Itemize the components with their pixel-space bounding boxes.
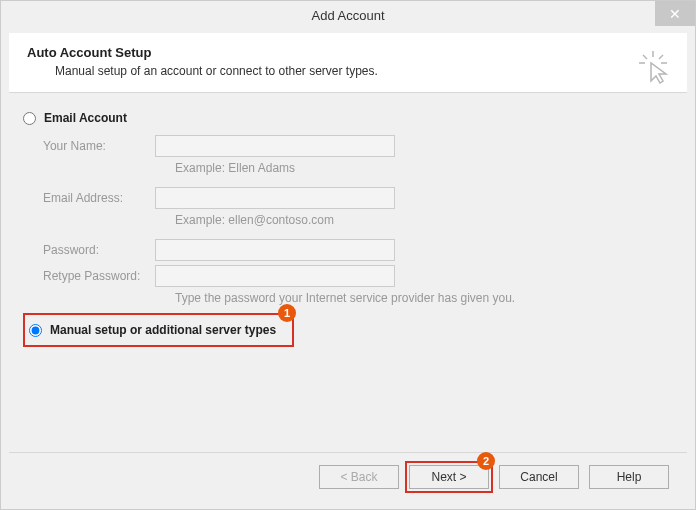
annotation-1: 1	[278, 304, 296, 322]
radio-email-account-row[interactable]: Email Account	[23, 111, 673, 125]
next-button[interactable]: Next >	[409, 465, 489, 489]
password-label: Password:	[43, 243, 155, 257]
close-button[interactable]: ✕	[655, 1, 695, 26]
highlight-manual-setup: 1 Manual setup or additional server type…	[23, 313, 294, 347]
cancel-button[interactable]: Cancel	[499, 465, 579, 489]
add-account-dialog: Add Account ✕ Auto Account Setup Manual …	[0, 0, 696, 510]
your-name-input	[155, 135, 395, 157]
retype-label: Retype Password:	[43, 269, 155, 283]
email-label: Email Address:	[43, 191, 155, 205]
footer-buttons: < Back 2 Next > Cancel Help	[9, 452, 687, 501]
header-title: Auto Account Setup	[27, 45, 669, 60]
radio-manual-setup-label: Manual setup or additional server types	[50, 323, 276, 337]
radio-manual-setup[interactable]	[29, 324, 42, 337]
content-area: Email Account Your Name: Example: Ellen …	[1, 93, 695, 452]
radio-manual-setup-row[interactable]: Manual setup or additional server types	[29, 323, 276, 337]
highlight-next: 2 Next >	[409, 465, 489, 489]
email-input	[155, 187, 395, 209]
titlebar-title: Add Account	[312, 8, 385, 23]
your-name-label: Your Name:	[43, 139, 155, 153]
header-subtitle: Manual setup of an account or connect to…	[55, 64, 669, 78]
svg-line-1	[643, 55, 647, 59]
header-panel: Auto Account Setup Manual setup of an ac…	[9, 33, 687, 93]
email-account-form: Your Name: Example: Ellen Adams Email Ad…	[43, 135, 673, 305]
help-button[interactable]: Help	[589, 465, 669, 489]
radio-email-account-label: Email Account	[44, 111, 127, 125]
password-hint: Type the password your Internet service …	[175, 291, 673, 305]
radio-email-account[interactable]	[23, 112, 36, 125]
titlebar: Add Account ✕	[1, 1, 695, 29]
cursor-sparkle-icon	[637, 49, 671, 88]
password-input	[155, 239, 395, 261]
back-button: < Back	[319, 465, 399, 489]
annotation-2: 2	[477, 452, 495, 470]
svg-line-2	[659, 55, 663, 59]
close-icon: ✕	[669, 6, 681, 22]
retype-password-input	[155, 265, 395, 287]
email-hint: Example: ellen@contoso.com	[175, 213, 673, 227]
your-name-hint: Example: Ellen Adams	[175, 161, 673, 175]
